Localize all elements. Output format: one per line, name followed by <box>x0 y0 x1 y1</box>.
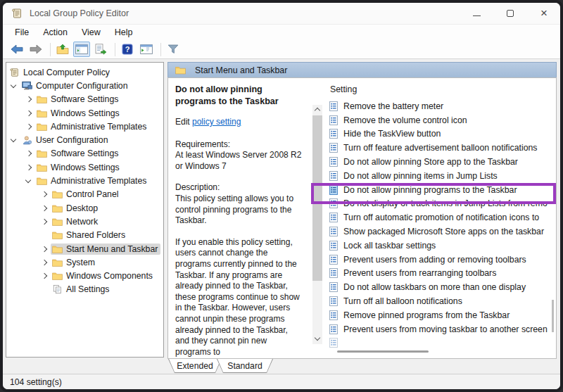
setting-item[interactable]: Hide the TaskView button <box>323 127 556 141</box>
tab-extended[interactable]: Extended <box>168 359 222 373</box>
filter-button[interactable] <box>165 42 182 57</box>
setting-item-selected[interactable]: Do not allow pinning programs to the Tas… <box>323 183 556 197</box>
policy-title: Do not allow pinning programs to the Tas… <box>175 84 304 108</box>
chevron-right-icon[interactable] <box>23 162 35 173</box>
setting-item[interactable]: Do not allow pinning Store app to the Ta… <box>323 155 556 169</box>
chevron-right-icon[interactable] <box>23 148 35 159</box>
setting-item[interactable]: Remove pinned programs from the Taskbar <box>323 308 556 322</box>
edit-policy-line: Edit policy setting <box>175 117 304 128</box>
forward-button[interactable] <box>27 42 44 57</box>
setting-item[interactable]: Remove the volume control icon <box>323 113 556 127</box>
setting-item[interactable]: Turn off automatic promotion of notifica… <box>323 210 556 225</box>
policy-icon <box>329 115 339 125</box>
tree-item-network[interactable]: Network <box>6 215 163 228</box>
tree-item-label: Windows Settings <box>51 108 120 118</box>
setting-label: Hide the TaskView button <box>343 129 441 139</box>
folder-icon <box>37 108 47 118</box>
setting-item[interactable]: Lock all taskbar settings <box>323 239 556 253</box>
minimize-button[interactable] <box>472 8 481 18</box>
tree-item-windows-settings-user[interactable]: Windows Settings <box>6 160 163 174</box>
minimize-icon <box>473 15 481 16</box>
console-tree-panel: Local Computer Policy Computer Configura… <box>6 62 164 358</box>
vertical-scrollbar[interactable] <box>312 105 322 344</box>
tree-item-all-settings[interactable]: All Settings <box>6 283 163 296</box>
scroll-up-arrow-icon[interactable] <box>312 105 322 115</box>
maximize-button[interactable] <box>505 8 515 18</box>
export-list-button[interactable] <box>92 42 109 57</box>
policy-icon <box>329 296 339 306</box>
panel-header: Start Menu and Taskbar <box>167 62 557 77</box>
chevron-right-icon[interactable] <box>23 108 35 119</box>
new-window-button[interactable] <box>138 42 155 57</box>
setting-label: Turn off all balloon notifications <box>343 296 462 306</box>
tree-item-label: Network <box>66 217 98 227</box>
tree-item-software-settings-user[interactable]: Software Settings <box>6 147 163 160</box>
tree-item-computer-configuration[interactable]: Computer Configuration <box>6 79 163 92</box>
tree-item-start-menu-and-taskbar[interactable]: Start Menu and Taskbar <box>6 242 163 255</box>
chevron-right-icon[interactable] <box>38 257 51 268</box>
tree-item-control-panel[interactable]: Control Panel <box>6 188 163 201</box>
policy-icon <box>329 324 339 334</box>
window-title: Local Group Policy Editor <box>30 8 129 18</box>
setting-item[interactable]: Do not allow pinning items in Jump Lists <box>323 169 556 183</box>
chevron-right-icon[interactable] <box>23 121 35 132</box>
chevron-right-icon[interactable] <box>38 189 51 200</box>
policy-icon <box>329 227 339 236</box>
horizontal-scrollbar-thumb[interactable] <box>337 350 429 353</box>
help-button[interactable] <box>119 42 136 57</box>
setting-item[interactable]: Do not allow taskbars on more than one d… <box>323 280 556 294</box>
show-console-tree-button[interactable] <box>73 42 90 57</box>
tree-item-system[interactable]: System <box>6 255 163 269</box>
tree-item-windows-settings[interactable]: Windows Settings <box>6 106 163 120</box>
chevron-down-icon[interactable] <box>23 175 35 186</box>
tab-standard[interactable]: Standard <box>217 359 273 373</box>
tree-item-label: Computer Configuration <box>36 81 128 91</box>
setting-item[interactable]: Turn off all balloon notifications <box>323 294 556 308</box>
policy-icon <box>329 213 339 222</box>
scrollbar-thumb[interactable] <box>312 115 322 281</box>
setting-item[interactable]: Prevent users from moving taskbar to ano… <box>323 322 556 336</box>
setting-label: Prevent users from adding or removing to… <box>343 255 526 265</box>
tree-item-label: Local Computer Policy <box>23 68 110 77</box>
setting-item[interactable]: Do not display or track items in Jump Li… <box>323 197 556 211</box>
tree-item-desktop[interactable]: Desktop <box>6 201 163 215</box>
setting-label: Do not allow taskbars on more than one d… <box>343 282 526 292</box>
tree-item-local-computer-policy[interactable]: Local Computer Policy <box>6 65 163 79</box>
close-button[interactable]: × <box>539 8 549 18</box>
tree-item-user-configuration[interactable]: User Configuration <box>6 133 163 146</box>
menu-file[interactable]: File <box>8 26 35 39</box>
policy-setting-link[interactable]: policy setting <box>192 117 241 127</box>
setting-column-header[interactable]: Setting <box>323 78 556 99</box>
chevron-right-icon[interactable] <box>23 94 35 105</box>
scroll-down-arrow-icon[interactable] <box>312 334 322 344</box>
tree-item-windows-components[interactable]: Windows Components <box>6 269 163 282</box>
tree-item-software-settings[interactable]: Software Settings <box>6 93 163 106</box>
edit-prefix: Edit <box>175 117 192 127</box>
chevron-down-icon[interactable] <box>8 134 20 146</box>
chevron-right-icon[interactable] <box>38 216 51 227</box>
tree-item-administrative-templates[interactable]: Administrative Templates <box>6 120 163 133</box>
chevron-down-icon[interactable] <box>8 80 20 91</box>
setting-item[interactable]: Show packaged Microsoft Store apps on th… <box>323 225 556 239</box>
right-scrollbar-thumb[interactable] <box>552 300 554 332</box>
tree-item-administrative-templates-user[interactable]: Administrative Templates <box>6 174 163 187</box>
up-one-level-button[interactable] <box>54 42 71 57</box>
menu-help[interactable]: Help <box>108 26 139 39</box>
chevron-right-icon[interactable] <box>38 203 51 214</box>
setting-item[interactable]: Remove the battery meter <box>323 99 556 113</box>
setting-item-partial[interactable] <box>323 336 556 350</box>
policy-icon <box>329 282 339 292</box>
back-button[interactable] <box>8 42 25 57</box>
extended-view-body: Do not allow pinning programs to the Tas… <box>167 77 557 359</box>
menu-view[interactable]: View <box>75 26 107 39</box>
chevron-right-icon[interactable] <box>38 244 51 255</box>
chevron-right-icon[interactable] <box>38 270 51 282</box>
window-controls: × <box>472 8 560 18</box>
tab-label: Extended <box>168 359 222 373</box>
policy-icon <box>329 101 339 111</box>
tree-item-shared-folders[interactable]: Shared Folders <box>6 229 163 242</box>
setting-item[interactable]: Turn off feature advertisement balloon n… <box>323 141 556 155</box>
menu-action[interactable]: Action <box>37 26 74 39</box>
setting-item[interactable]: Prevent users from adding or removing to… <box>323 253 556 267</box>
setting-item[interactable]: Prevent users from rearranging toolbars <box>323 267 556 281</box>
